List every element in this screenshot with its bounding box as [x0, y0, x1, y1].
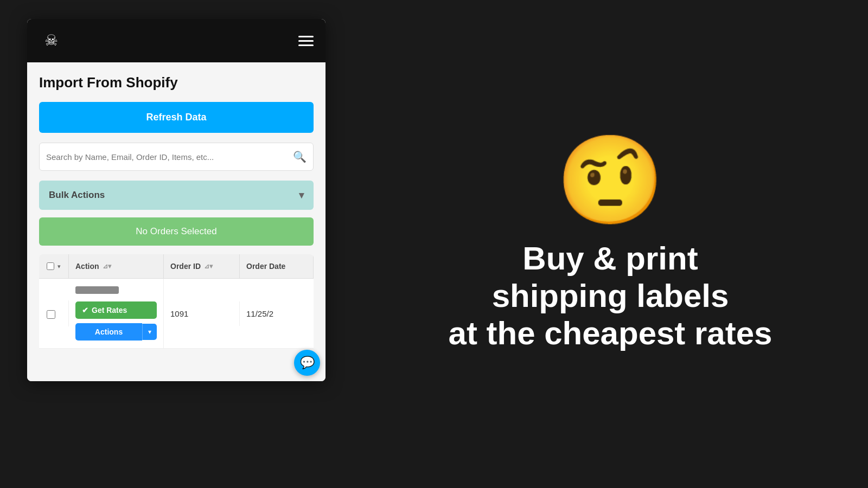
phone-frame: ☠ Import From Shopify Refresh Data 🔍 Bul…	[27, 19, 326, 381]
order-id-value: 1091	[170, 309, 188, 318]
bulk-actions-label: Bulk Actions	[49, 190, 105, 201]
refresh-data-button[interactable]: Refresh Data	[39, 102, 314, 133]
page-title: Import From Shopify	[39, 74, 314, 91]
no-orders-selected-button[interactable]: No Orders Selected	[39, 217, 314, 246]
logo-icon: ☠	[39, 29, 63, 53]
chat-button[interactable]: 💬	[294, 350, 320, 376]
actions-dropdown-button[interactable]: ▾	[142, 324, 157, 340]
actions-main-button[interactable]: Actions	[75, 323, 142, 341]
search-icon[interactable]: 🔍	[293, 150, 307, 163]
action-column-label: Action	[75, 262, 99, 271]
promo-line2: shipping labels	[492, 278, 729, 314]
table-row: ✔ Get Rates Actions ▾ 1091 11/25/2	[39, 279, 314, 349]
loading-bar	[75, 286, 119, 294]
orderid-filter-icon[interactable]: ⊿▾	[204, 262, 213, 270]
actions-split-button: Actions ▾	[75, 323, 157, 341]
winking-emoji: 🤨	[556, 137, 665, 223]
promo-text: Buy & print shipping labels at the cheap…	[449, 240, 773, 352]
get-rates-button[interactable]: ✔ Get Rates	[75, 301, 157, 319]
promo-headline: Buy & print shipping labels at the cheap…	[449, 240, 773, 352]
nav-bar: ☠	[27, 19, 326, 62]
search-bar: 🔍	[39, 143, 314, 171]
get-rates-label: Get Rates	[92, 306, 127, 314]
orderdate-column-label: Order Date	[246, 262, 285, 271]
orderid-column-label: Order ID	[170, 262, 201, 271]
check-icon: ✔	[82, 306, 88, 314]
page-content: Import From Shopify Refresh Data 🔍 Bulk …	[27, 62, 326, 349]
select-all-checkbox[interactable]	[47, 262, 54, 271]
orderid-column-header: Order ID ⊿▾	[164, 254, 240, 278]
skull-crossbones-icon: ☠	[44, 33, 58, 48]
hamburger-icon[interactable]	[298, 36, 314, 46]
chat-icon: 💬	[300, 356, 315, 370]
order-date-value: 11/25/2	[246, 309, 273, 318]
orderdate-column-header: Order Date	[240, 254, 314, 278]
search-input[interactable]	[46, 152, 293, 162]
orders-table: ▾ Action ⊿▾ Order ID ⊿▾ Order Date	[39, 254, 314, 349]
chevron-down-icon: ▾	[299, 189, 304, 201]
promo-line1: Buy & print	[522, 240, 698, 277]
row-checkbox-cell	[39, 300, 69, 326]
select-all-checkbox-cell: ▾	[39, 254, 69, 278]
left-panel: ☠ Import From Shopify Refresh Data 🔍 Bul…	[0, 0, 353, 488]
filter-icon[interactable]: ⊿▾	[103, 262, 111, 270]
action-column-header: Action ⊿▾	[69, 254, 164, 278]
table-header: ▾ Action ⊿▾ Order ID ⊿▾ Order Date	[39, 254, 314, 279]
row-checkbox[interactable]	[47, 310, 55, 319]
row-expand-chevron-icon[interactable]: ▾	[58, 263, 61, 270]
promo-line3: at the cheapest rates	[449, 315, 773, 351]
row-orderdate-cell: 11/25/2	[240, 301, 314, 326]
bulk-actions-button[interactable]: Bulk Actions ▾	[39, 181, 314, 210]
row-action-cell: ✔ Get Rates Actions ▾	[69, 279, 164, 348]
right-panel: 🤨 Buy & print shipping labels at the che…	[353, 0, 868, 488]
row-orderid-cell: 1091	[164, 301, 240, 326]
